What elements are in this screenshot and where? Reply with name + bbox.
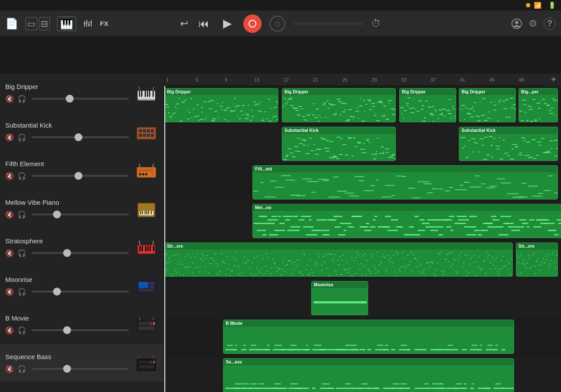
clip[interactable]: Str...ere [164, 242, 513, 277]
progress-bar[interactable] [293, 22, 363, 25]
svg-rect-376 [557, 100, 558, 101]
volume-slider[interactable] [32, 98, 129, 100]
clip[interactable]: Big Dripper [282, 88, 396, 122]
volume-slider[interactable] [32, 368, 129, 370]
headphone-button[interactable]: 🎧 [18, 172, 26, 180]
svg-rect-1062 [553, 252, 554, 253]
headphone-button[interactable]: 🎧 [18, 326, 26, 335]
clip[interactable]: B Movie [223, 320, 514, 354]
headphone-button[interactable]: 🎧 [18, 133, 26, 142]
track-row[interactable]: Big DripperBig DripperBig DripperBig Dri… [164, 86, 561, 125]
fx-button[interactable]: FX [100, 20, 108, 27]
svg-rect-1028 [512, 264, 513, 265]
clip[interactable]: Big Dripper [459, 88, 516, 122]
help-button[interactable]: ? [543, 18, 556, 30]
volume-slider[interactable] [32, 329, 129, 331]
volume-slider[interactable] [32, 175, 129, 177]
track-item[interactable]: Mellow Vibe Piano 🔇 🎧 [0, 189, 164, 228]
instrument-icon[interactable] [134, 119, 159, 144]
mute-button[interactable]: 🔇 [5, 249, 14, 257]
svg-rect-838 [304, 254, 305, 255]
record-button[interactable] [243, 14, 262, 33]
add-track-button[interactable]: + [546, 74, 561, 86]
track-item[interactable]: Substantial Kick 🔇 🎧 [0, 112, 164, 151]
rewind-button[interactable]: ⏮ [196, 16, 212, 32]
svg-rect-651 [501, 216, 511, 217]
clip[interactable]: Str...ere [516, 242, 558, 277]
track-item[interactable]: Coffee Shop 🔇 🎧 [0, 382, 164, 392]
piano-roll-button[interactable]: 🎹 [57, 16, 76, 31]
track-item[interactable]: Fifth Element 🔇 🎧 [0, 151, 164, 189]
mixer-button[interactable] [83, 19, 93, 29]
volume-slider[interactable] [32, 136, 129, 138]
track-row[interactable]: Str...ereStr...ere [164, 240, 561, 279]
svg-rect-472 [511, 149, 514, 150]
instrument-icon[interactable] [134, 235, 159, 260]
mute-button[interactable]: 🔇 [5, 210, 14, 219]
volume-slider[interactable] [32, 214, 129, 215]
headphone-button[interactable]: 🎧 [18, 95, 26, 103]
timeline[interactable]: 15913172125293337414549 + Big DripperBig… [164, 74, 561, 392]
svg-rect-260 [393, 109, 396, 110]
mute-button[interactable]: 🔇 [5, 365, 14, 373]
clip[interactable]: Se...ass [223, 358, 514, 392]
mute-button[interactable]: 🔇 [5, 172, 14, 180]
track-row[interactable]: Fift...ent [164, 163, 561, 202]
clip[interactable]: Big Dripper [399, 88, 456, 122]
track-row[interactable]: Se...ass [164, 356, 561, 392]
play-button[interactable]: ▶ [220, 16, 235, 32]
instrument-icon[interactable] [134, 158, 159, 182]
track-row[interactable]: B Movie [164, 317, 561, 356]
track-item[interactable]: Stratosphere 🔇 🎧 [0, 228, 164, 267]
instrument-icon[interactable] [134, 351, 159, 375]
instrument-icon[interactable] [134, 196, 159, 221]
headphone-button[interactable]: 🎧 [18, 249, 26, 257]
mute-button[interactable]: 🔇 [5, 326, 14, 335]
track-item[interactable]: Moonrise 🔇 🎧 [0, 267, 164, 305]
headphone-button[interactable]: 🎧 [18, 210, 26, 219]
instrument-icon[interactable] [134, 274, 159, 298]
undo-button[interactable]: ↩ [180, 18, 188, 29]
svg-rect-1175 [495, 383, 501, 385]
svg-rect-336 [501, 99, 501, 100]
track-row[interactable]: Substantial KickSubstantial Kick [164, 125, 561, 163]
svg-rect-1169 [464, 383, 467, 385]
svg-rect-515 [337, 191, 347, 192]
instrument-icon[interactable] [134, 312, 159, 337]
doc-button[interactable]: 📄 [5, 18, 18, 30]
mute-button[interactable]: 🔇 [5, 133, 14, 142]
volume-slider[interactable] [32, 291, 129, 292]
track-item[interactable]: Sequence Bass 🔇 🎧 [0, 344, 164, 382]
clip[interactable]: Big...per [518, 88, 558, 122]
settings-button[interactable]: ⚙ [529, 18, 537, 29]
track-row[interactable]: Moonrise [164, 279, 561, 317]
mute-button[interactable]: 🔇 [5, 95, 14, 103]
instrument-icon[interactable] [134, 389, 159, 392]
clip[interactable]: Moonrise [311, 281, 368, 315]
clip[interactable]: Big Dripper [164, 88, 278, 122]
layout-split-icon[interactable]: ⊟ [39, 17, 50, 30]
metronome-button[interactable]: ⏱ [371, 18, 381, 29]
track-row[interactable]: Mel...no [164, 202, 561, 240]
clip[interactable]: Substantial Kick [282, 127, 396, 161]
headphone-button[interactable]: 🎧 [18, 365, 26, 373]
mute-button[interactable]: 🔇 [5, 288, 14, 296]
headphone-button[interactable]: 🎧 [18, 288, 26, 296]
track-item[interactable]: Big Dripper 🔇 🎧 [0, 74, 164, 112]
svg-rect-714 [168, 258, 170, 259]
track-item[interactable]: B Movie 🔇 🎧 [0, 305, 164, 344]
profile-button[interactable] [511, 18, 522, 29]
clip[interactable]: Substantial Kick [459, 127, 558, 161]
clip[interactable]: Fift...ent [252, 165, 558, 200]
volume-slider[interactable] [32, 252, 129, 254]
layout-single-icon[interactable]: ▭ [25, 17, 37, 30]
clip[interactable]: Mel...no [252, 204, 561, 238]
svg-rect-544 [490, 185, 497, 186]
svg-rect-601 [370, 226, 376, 228]
svg-rect-191 [302, 116, 305, 117]
svg-rect-342 [508, 117, 511, 118]
instrument-icon[interactable] [134, 81, 159, 105]
loop-button[interactable]: ○ [270, 16, 285, 32]
svg-rect-821 [285, 265, 287, 266]
clip-label: Substantial Kick [459, 127, 557, 134]
